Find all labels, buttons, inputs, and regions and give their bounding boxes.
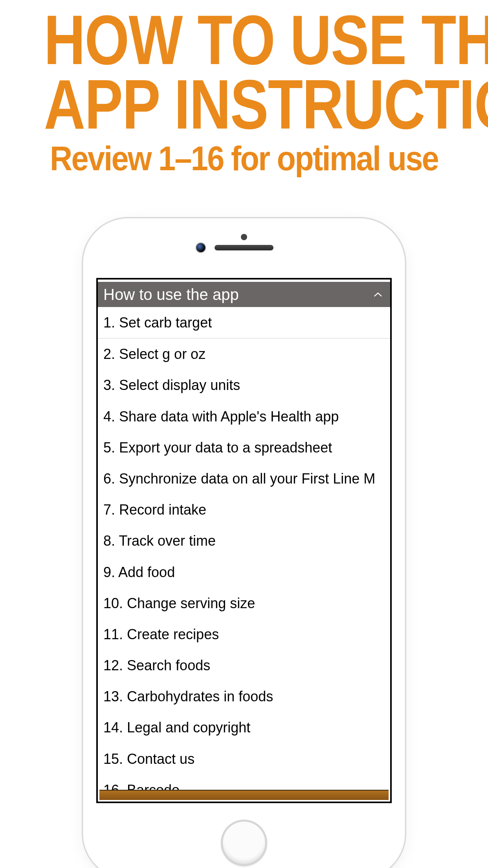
- list-item[interactable]: 15. Contact us: [98, 743, 390, 774]
- list-item[interactable]: 12. Search foods: [98, 650, 390, 681]
- list-item[interactable]: 2. Select g or oz: [98, 338, 390, 370]
- phone-screen: How to use the app 1. Set carb target 2.…: [96, 278, 392, 803]
- promo-headline: HOW TO USE THE APP INSTRUCTIONS Review 1…: [0, 0, 488, 178]
- bottom-toolbar: [99, 790, 389, 800]
- app-section-header[interactable]: How to use the app: [98, 282, 390, 307]
- headline-line-1: HOW TO USE THE: [44, 8, 444, 72]
- list-item[interactable]: 13. Carbohydrates in foods: [98, 681, 390, 712]
- list-item[interactable]: 8. Track over time: [98, 525, 390, 556]
- front-camera: [196, 243, 206, 253]
- list-item[interactable]: 14. Legal and copyright: [98, 712, 390, 743]
- list-item[interactable]: 10. Change serving size: [98, 588, 390, 619]
- list-item[interactable]: 5. Export your data to a spreadsheet: [98, 432, 390, 463]
- list-item[interactable]: 9. Add food: [98, 557, 390, 588]
- home-button[interactable]: [221, 820, 267, 866]
- list-item[interactable]: 3. Select display units: [98, 370, 390, 401]
- list-item[interactable]: 1. Set carb target: [98, 307, 390, 338]
- phone-mockup: How to use the app 1. Set carb target 2.…: [83, 218, 405, 868]
- headline-subtitle: Review 1–16 for optimal use: [24, 138, 464, 178]
- chevron-up-icon: [373, 289, 383, 300]
- phone-body: How to use the app 1. Set carb target 2.…: [84, 219, 404, 868]
- list-item[interactable]: 7. Record intake: [98, 494, 390, 525]
- instructions-list[interactable]: 1. Set carb target 2. Select g or oz 3. …: [98, 307, 390, 803]
- list-item[interactable]: 4. Share data with Apple's Health app: [98, 401, 390, 432]
- list-item[interactable]: 6. Synchronize data on all your First Li…: [98, 463, 390, 494]
- headline-line-2: APP INSTRUCTIONS: [44, 72, 444, 137]
- sensor-dot: [241, 234, 247, 240]
- phone-speaker: [215, 245, 273, 250]
- app-header-title: How to use the app: [103, 286, 239, 303]
- list-item[interactable]: 11. Create recipes: [98, 619, 390, 650]
